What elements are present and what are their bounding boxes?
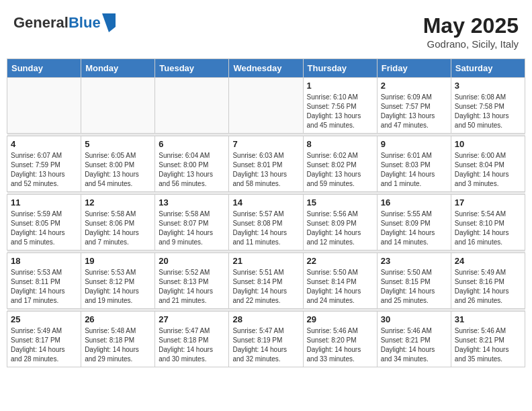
calendar-cell: 14Sunrise: 5:57 AM Sunset: 8:08 PM Dayli… (229, 195, 303, 250)
day-info: Sunrise: 5:56 AM Sunset: 8:09 PM Dayligh… (307, 210, 373, 247)
calendar-cell: 26Sunrise: 5:48 AM Sunset: 8:18 PM Dayli… (81, 312, 155, 367)
day-info: Sunrise: 5:58 AM Sunset: 8:06 PM Dayligh… (85, 210, 151, 247)
calendar-cell: 22Sunrise: 5:50 AM Sunset: 8:14 PM Dayli… (303, 253, 377, 309)
day-number: 9 (381, 139, 447, 149)
day-info: Sunrise: 6:07 AM Sunset: 7:59 PM Dayligh… (11, 151, 77, 189)
day-info: Sunrise: 5:55 AM Sunset: 8:09 PM Dayligh… (381, 210, 447, 247)
weekday-header-saturday: Saturday (451, 59, 525, 78)
day-info: Sunrise: 5:48 AM Sunset: 8:18 PM Dayligh… (85, 326, 151, 364)
day-info: Sunrise: 6:09 AM Sunset: 7:57 PM Dayligh… (381, 93, 447, 130)
day-info: Sunrise: 5:59 AM Sunset: 8:05 PM Dayligh… (11, 210, 77, 247)
calendar-cell: 25Sunrise: 5:49 AM Sunset: 8:17 PM Dayli… (7, 312, 81, 367)
calendar-cell: 2Sunrise: 6:09 AM Sunset: 7:57 PM Daylig… (377, 78, 451, 134)
calendar-cell: 30Sunrise: 5:46 AM Sunset: 8:21 PM Dayli… (377, 312, 451, 367)
day-number: 29 (307, 314, 373, 324)
logo: GeneralBlue (13, 13, 116, 32)
day-number: 13 (159, 197, 225, 208)
weekday-header-thursday: Thursday (303, 59, 377, 78)
day-number: 22 (307, 256, 373, 266)
day-number: 19 (85, 256, 151, 266)
weekday-header-monday: Monday (81, 59, 155, 78)
calendar-cell: 19Sunrise: 5:53 AM Sunset: 8:12 PM Dayli… (81, 253, 155, 309)
day-number: 7 (232, 139, 299, 149)
location-subtitle: Godrano, Sicily, Italy (423, 38, 519, 50)
page-header: GeneralBlue May 2025 Godrano, Sicily, It… (7, 7, 525, 53)
calendar-cell: 5Sunrise: 6:05 AM Sunset: 8:00 PM Daylig… (81, 136, 155, 192)
day-info: Sunrise: 5:47 AM Sunset: 8:18 PM Dayligh… (159, 326, 225, 364)
day-info: Sunrise: 5:51 AM Sunset: 8:14 PM Dayligh… (232, 268, 299, 306)
day-number: 23 (381, 256, 447, 266)
day-info: Sunrise: 5:46 AM Sunset: 8:20 PM Dayligh… (307, 326, 373, 364)
calendar-week-4: 18Sunrise: 5:53 AM Sunset: 8:11 PM Dayli… (7, 253, 525, 309)
day-number: 20 (159, 256, 225, 266)
calendar-cell: 16Sunrise: 5:55 AM Sunset: 8:09 PM Dayli… (377, 195, 451, 250)
calendar-cell: 13Sunrise: 5:58 AM Sunset: 8:07 PM Dayli… (155, 195, 229, 250)
day-number: 1 (307, 81, 373, 91)
calendar-cell: 3Sunrise: 6:08 AM Sunset: 7:58 PM Daylig… (451, 78, 525, 134)
day-info: Sunrise: 6:04 AM Sunset: 8:00 PM Dayligh… (159, 151, 225, 189)
calendar-table: SundayMondayTuesdayWednesdayThursdayFrid… (7, 58, 525, 367)
calendar-cell: 24Sunrise: 5:49 AM Sunset: 8:16 PM Dayli… (451, 253, 525, 309)
calendar-cell: 23Sunrise: 5:50 AM Sunset: 8:15 PM Dayli… (377, 253, 451, 309)
day-info: Sunrise: 6:00 AM Sunset: 8:04 PM Dayligh… (455, 151, 521, 189)
day-number: 18 (11, 256, 77, 266)
day-info: Sunrise: 5:49 AM Sunset: 8:16 PM Dayligh… (455, 268, 521, 306)
calendar-week-2: 4Sunrise: 6:07 AM Sunset: 7:59 PM Daylig… (7, 136, 525, 192)
day-number: 16 (381, 197, 447, 208)
day-info: Sunrise: 6:05 AM Sunset: 8:00 PM Dayligh… (85, 151, 151, 189)
day-number: 30 (381, 314, 447, 324)
calendar-cell: 28Sunrise: 5:47 AM Sunset: 8:19 PM Dayli… (229, 312, 303, 367)
day-info: Sunrise: 5:57 AM Sunset: 8:08 PM Dayligh… (232, 210, 299, 247)
calendar-cell (7, 78, 81, 134)
calendar-cell: 21Sunrise: 5:51 AM Sunset: 8:14 PM Dayli… (229, 253, 303, 309)
weekday-header-tuesday: Tuesday (155, 59, 229, 78)
calendar-cell: 20Sunrise: 5:52 AM Sunset: 8:13 PM Dayli… (155, 253, 229, 309)
day-number: 5 (85, 139, 151, 149)
day-info: Sunrise: 6:08 AM Sunset: 7:58 PM Dayligh… (455, 93, 521, 130)
day-number: 6 (159, 139, 225, 149)
day-number: 27 (159, 314, 225, 324)
calendar-cell: 31Sunrise: 5:46 AM Sunset: 8:21 PM Dayli… (451, 312, 525, 367)
calendar-cell: 4Sunrise: 6:07 AM Sunset: 7:59 PM Daylig… (7, 136, 81, 192)
day-info: Sunrise: 6:01 AM Sunset: 8:03 PM Dayligh… (381, 151, 447, 189)
calendar-week-3: 11Sunrise: 5:59 AM Sunset: 8:05 PM Dayli… (7, 195, 525, 250)
calendar-cell: 11Sunrise: 5:59 AM Sunset: 8:05 PM Dayli… (7, 195, 81, 250)
day-info: Sunrise: 5:52 AM Sunset: 8:13 PM Dayligh… (159, 268, 225, 306)
calendar-cell: 6Sunrise: 6:04 AM Sunset: 8:00 PM Daylig… (155, 136, 229, 192)
calendar-cell: 10Sunrise: 6:00 AM Sunset: 8:04 PM Dayli… (451, 136, 525, 192)
svg-marker-0 (102, 13, 116, 32)
weekday-header-wednesday: Wednesday (229, 59, 303, 78)
calendar-week-5: 25Sunrise: 5:49 AM Sunset: 8:17 PM Dayli… (7, 312, 525, 367)
title-block: May 2025 Godrano, Sicily, Italy (423, 13, 519, 50)
day-info: Sunrise: 5:49 AM Sunset: 8:17 PM Dayligh… (11, 326, 77, 364)
day-info: Sunrise: 5:53 AM Sunset: 8:11 PM Dayligh… (11, 268, 77, 306)
logo-blue-text: Blue (69, 14, 101, 31)
day-number: 15 (307, 197, 373, 208)
day-number: 8 (307, 139, 373, 149)
calendar-cell: 7Sunrise: 6:03 AM Sunset: 8:01 PM Daylig… (229, 136, 303, 192)
day-info: Sunrise: 5:50 AM Sunset: 8:15 PM Dayligh… (381, 268, 447, 306)
day-info: Sunrise: 6:03 AM Sunset: 8:01 PM Dayligh… (232, 151, 299, 189)
day-number: 10 (455, 139, 521, 149)
calendar-cell: 17Sunrise: 5:54 AM Sunset: 8:10 PM Dayli… (451, 195, 525, 250)
day-number: 14 (232, 197, 299, 208)
day-info: Sunrise: 5:46 AM Sunset: 8:21 PM Dayligh… (455, 326, 521, 364)
calendar-cell: 9Sunrise: 6:01 AM Sunset: 8:03 PM Daylig… (377, 136, 451, 192)
calendar-week-1: 1Sunrise: 6:10 AM Sunset: 7:56 PM Daylig… (7, 78, 525, 134)
day-info: Sunrise: 6:02 AM Sunset: 8:02 PM Dayligh… (307, 151, 373, 189)
day-number: 28 (232, 314, 299, 324)
logo-icon (102, 13, 116, 32)
weekday-header-row: SundayMondayTuesdayWednesdayThursdayFrid… (7, 59, 525, 78)
calendar-cell (155, 78, 229, 134)
day-number: 25 (11, 314, 77, 324)
day-number: 3 (455, 81, 521, 91)
day-number: 31 (455, 314, 521, 324)
day-number: 11 (11, 197, 77, 208)
calendar-cell: 27Sunrise: 5:47 AM Sunset: 8:18 PM Dayli… (155, 312, 229, 367)
day-info: Sunrise: 5:46 AM Sunset: 8:21 PM Dayligh… (381, 326, 447, 364)
day-info: Sunrise: 5:58 AM Sunset: 8:07 PM Dayligh… (159, 210, 225, 247)
day-number: 12 (85, 197, 151, 208)
day-info: Sunrise: 5:50 AM Sunset: 8:14 PM Dayligh… (307, 268, 373, 306)
month-title: May 2025 (423, 13, 519, 38)
calendar-cell: 15Sunrise: 5:56 AM Sunset: 8:09 PM Dayli… (303, 195, 377, 250)
